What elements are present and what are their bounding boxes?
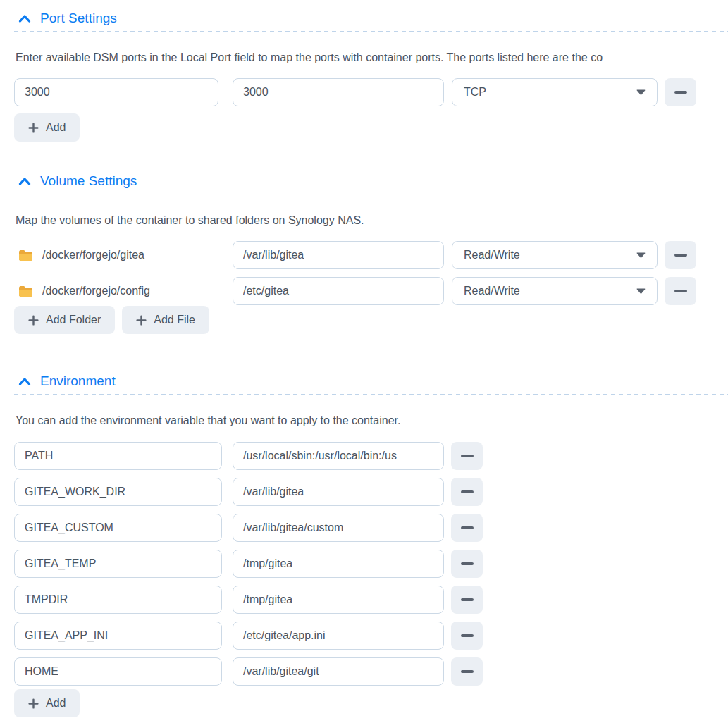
- environment-header[interactable]: Environment: [14, 371, 728, 391]
- env-name-input[interactable]: [14, 657, 222, 686]
- env-value-input[interactable]: [233, 586, 444, 614]
- env-name-input[interactable]: [14, 550, 222, 578]
- volume-mode-select[interactable]: Read/Write: [452, 241, 658, 269]
- volume-mode-select-value: Read/Write: [464, 285, 520, 297]
- minus-icon: [461, 634, 474, 637]
- volume-settings-title: Volume Settings: [40, 171, 137, 191]
- env-value-input[interactable]: [233, 442, 444, 470]
- minus-icon: [674, 91, 687, 94]
- port-settings-description: Enter available DSM ports in the Local P…: [16, 51, 728, 64]
- volume-mapping-row: /docker/forgejo/config Read/Write: [14, 277, 728, 305]
- env-variable-row: [14, 442, 728, 470]
- environment-description: You can add the environment variable tha…: [16, 414, 728, 427]
- container-settings-page: Port Settings Enter available DSM ports …: [0, 0, 728, 717]
- environment-section: Environment You can add the environment …: [14, 371, 728, 717]
- env-value-input[interactable]: [233, 550, 444, 578]
- port-settings-section: Port Settings Enter available DSM ports …: [14, 8, 728, 142]
- env-name-input[interactable]: [14, 478, 222, 506]
- chevron-up-icon[interactable]: [18, 377, 31, 386]
- remove-env-button[interactable]: [451, 622, 483, 650]
- caret-down-icon: [636, 252, 646, 258]
- add-file-button-label: Add File: [154, 314, 195, 326]
- folder-icon: [18, 249, 33, 261]
- remove-env-button[interactable]: [451, 514, 483, 542]
- env-variable-row: [14, 478, 728, 506]
- chevron-up-icon[interactable]: [18, 177, 31, 186]
- volume-host-path: /docker/forgejo/gitea: [14, 249, 233, 261]
- plus-icon: [136, 315, 147, 326]
- env-variable-row: [14, 514, 728, 542]
- minus-icon: [674, 290, 687, 292]
- minus-icon: [674, 254, 687, 257]
- section-divider: [14, 194, 728, 194]
- add-folder-button[interactable]: Add Folder: [14, 306, 115, 334]
- minus-icon: [461, 455, 474, 457]
- add-env-button[interactable]: Add: [14, 689, 80, 717]
- caret-down-icon: [636, 89, 646, 95]
- remove-volume-button[interactable]: [665, 241, 696, 269]
- remove-env-button[interactable]: [451, 550, 483, 578]
- plus-icon: [28, 698, 39, 709]
- protocol-select[interactable]: TCP: [452, 78, 658, 106]
- remove-env-button[interactable]: [451, 442, 483, 470]
- mount-path-input[interactable]: [233, 277, 444, 305]
- env-name-input[interactable]: [14, 586, 222, 614]
- protocol-select-value: TCP: [464, 86, 486, 99]
- volume-mapping-row: /docker/forgejo/gitea Read/Write: [14, 241, 728, 269]
- folder-icon: [18, 285, 33, 297]
- remove-env-button[interactable]: [451, 657, 483, 686]
- minus-icon: [461, 490, 474, 493]
- volume-settings-section: Volume Settings Map the volumes of the c…: [14, 171, 728, 334]
- env-name-input[interactable]: [14, 514, 222, 542]
- local-port-input[interactable]: [14, 78, 218, 106]
- minus-icon: [461, 526, 474, 529]
- env-name-input[interactable]: [14, 442, 222, 470]
- env-variable-row: [14, 622, 728, 650]
- env-value-input[interactable]: [233, 478, 444, 506]
- env-variable-row: [14, 550, 728, 578]
- add-folder-button-label: Add Folder: [46, 314, 101, 326]
- plus-icon: [28, 315, 39, 326]
- section-divider: [14, 31, 728, 32]
- volume-mode-select-value: Read/Write: [464, 249, 520, 261]
- volume-host-path: /docker/forgejo/config: [14, 285, 233, 297]
- section-divider: [14, 394, 728, 395]
- volume-host-path-label: /docker/forgejo/config: [42, 285, 150, 297]
- add-file-button[interactable]: Add File: [122, 306, 209, 334]
- add-port-button-label: Add: [46, 121, 66, 134]
- port-settings-title: Port Settings: [40, 8, 117, 28]
- remove-port-button[interactable]: [665, 78, 696, 106]
- add-env-button-label: Add: [46, 697, 66, 710]
- volume-mode-select[interactable]: Read/Write: [452, 277, 658, 305]
- chevron-up-icon[interactable]: [18, 14, 31, 23]
- port-mapping-row: TCP: [14, 78, 728, 106]
- volume-settings-description: Map the volumes of the container to shar…: [16, 214, 728, 227]
- minus-icon: [461, 562, 474, 565]
- minus-icon: [461, 670, 474, 673]
- env-variable-row: [14, 586, 728, 614]
- plus-icon: [28, 123, 39, 133]
- mount-path-input[interactable]: [233, 241, 444, 269]
- env-name-input[interactable]: [14, 622, 222, 650]
- remove-env-button[interactable]: [451, 586, 483, 614]
- add-port-button[interactable]: Add: [14, 113, 80, 142]
- port-settings-header[interactable]: Port Settings: [14, 8, 728, 28]
- remove-env-button[interactable]: [451, 478, 483, 506]
- env-value-input[interactable]: [233, 514, 444, 542]
- env-value-input[interactable]: [233, 657, 444, 686]
- container-port-input[interactable]: [233, 78, 444, 106]
- remove-volume-button[interactable]: [665, 277, 696, 305]
- minus-icon: [461, 598, 474, 601]
- caret-down-icon: [636, 288, 646, 294]
- env-value-input[interactable]: [233, 622, 444, 650]
- volume-settings-header[interactable]: Volume Settings: [14, 171, 728, 191]
- env-variable-row: [14, 657, 728, 686]
- environment-title: Environment: [40, 371, 116, 391]
- volume-host-path-label: /docker/forgejo/gitea: [42, 249, 144, 261]
